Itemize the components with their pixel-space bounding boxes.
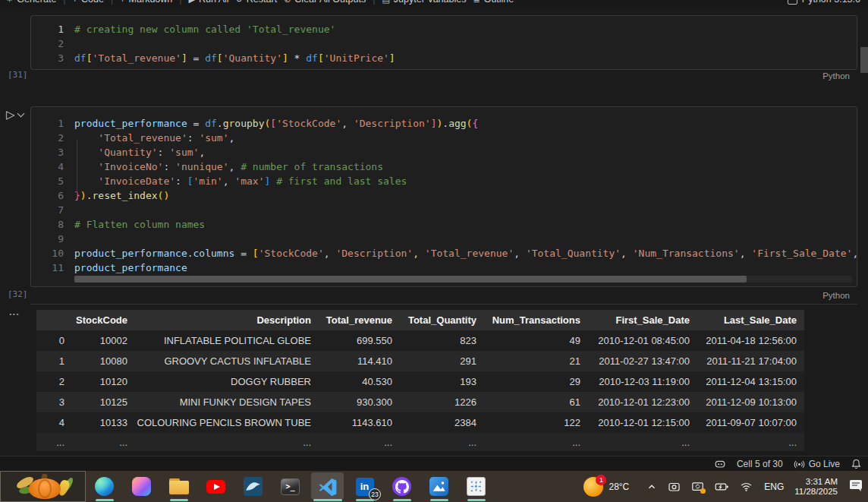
table-cell: 2011-12-09 10:13:00 (697, 392, 804, 412)
code-line[interactable]: 5 'InvoiceDate': ['min', 'max'] # first … (31, 174, 857, 188)
line-number: 1 (31, 116, 64, 131)
toolbar-item-code[interactable]: +Code (73, 0, 104, 5)
taskbar-app-explorer[interactable] (160, 471, 197, 502)
table-cell: 823 (400, 330, 484, 351)
code-line[interactable]: 2 'Total_revenue': 'sum', (31, 131, 857, 145)
column-header: Last_Sale_Date (697, 310, 804, 330)
run-cell-button[interactable]: ▷ (6, 109, 24, 120)
photos-icon (429, 477, 448, 496)
table-cell: 3 (36, 392, 72, 412)
taskbar-app-edge[interactable] (86, 471, 123, 502)
tray-chevron-up[interactable] (646, 481, 657, 492)
play-icon: ▷ (6, 109, 15, 120)
toolbar-item-markdown[interactable]: +Markdown (120, 0, 172, 5)
weather-widget[interactable]: 1 28°C (583, 477, 629, 497)
code-line[interactable]: 4 'InvoiceNo': 'nunique', # number of tr… (31, 159, 857, 174)
code-cell-2-code[interactable]: 1product_performance = df.groupby(['Stoc… (31, 116, 857, 275)
notifications-bell-button[interactable] (851, 459, 862, 470)
running-app-indicator (430, 499, 448, 501)
taskbar-app-terminal[interactable]: >_ (272, 471, 309, 502)
toolbar-item-outline[interactable]: ≣Outline (473, 0, 514, 5)
kernel-picker[interactable]: Python 3.13.6 (788, 0, 860, 8)
toolbar-separator: | (179, 0, 181, 5)
crosshair-grid-icon (467, 477, 486, 496)
start-button[interactable] (0, 471, 86, 502)
cell-language-1[interactable]: Python (822, 71, 850, 81)
code-cell-1[interactable]: 1# creating new column called 'Total_rev… (30, 15, 857, 70)
toolbar-item-jupyter-variables[interactable]: ▤Jupyter Variables (382, 0, 466, 5)
table-cell: 193 (400, 371, 484, 392)
code-line[interactable]: 8# Flatten column names (31, 217, 857, 232)
table-cell: 1143.610 (319, 412, 400, 433)
cell-horizontal-scrollbar-thumb[interactable] (74, 276, 747, 283)
taskbar-app-github[interactable] (383, 471, 420, 502)
toolbar-item-label: Generate (17, 0, 56, 5)
code-line[interactable]: 3 'Quantity': 'sum', (31, 145, 857, 159)
table-row: 010002INFLATABLE POLITICAL GLOBE699.5508… (36, 330, 804, 351)
file-explorer-icon (169, 478, 189, 495)
copilot-status-button[interactable] (714, 458, 726, 470)
execution-count-2: [32] (8, 289, 28, 299)
taskbar-app-youtube[interactable] (197, 471, 234, 502)
go-live-button[interactable]: Go Live (794, 459, 840, 470)
tray-screen-share[interactable] (691, 481, 704, 493)
code-line[interactable]: 2 (31, 36, 857, 51)
output-options-ellipsis[interactable]: ... (9, 306, 20, 317)
table-row: 210120DOGGY RUBBER40.530193292010-12-03 … (36, 371, 804, 392)
cell-horizontal-scrollbar[interactable] (74, 276, 852, 283)
taskbar-app-photos[interactable] (420, 471, 458, 502)
cell-language-2[interactable]: Python (822, 291, 850, 300)
code-line[interactable]: 1product_performance = df.groupby(['Stoc… (31, 116, 857, 131)
code-cell-2[interactable]: 1product_performance = df.groupby(['Stoc… (30, 106, 857, 287)
toolbar-item-label: Jupyter Variables (394, 0, 467, 5)
taskbar-app-mysql[interactable] (234, 471, 272, 502)
code-line[interactable]: 10product_performance.columns = ['StockC… (31, 246, 857, 260)
code-line[interactable]: 11product_performance (31, 260, 857, 275)
cell-indicator[interactable]: Cell 5 of 30 (737, 459, 783, 469)
taskbar-app-copilot[interactable] (123, 471, 160, 502)
taskbar-app-vscode[interactable] (309, 471, 346, 502)
tray-camera[interactable] (668, 481, 681, 493)
table-cell: ... (36, 433, 72, 451)
table-cell: 930.300 (319, 392, 400, 412)
running-app-indicator (313, 499, 342, 501)
tray-battery[interactable] (715, 481, 729, 492)
table-cell: 699.550 (319, 330, 400, 351)
code-line[interactable]: 6}).reset_index() (31, 188, 857, 203)
table-cell: 2010-12-01 08:45:00 (588, 330, 697, 351)
toolbar-item-restart[interactable]: ↻Restart (236, 0, 278, 5)
toolbar-item-generate[interactable]: ✶Generate (6, 0, 56, 5)
input-language-indicator[interactable]: ENG (764, 481, 784, 492)
output-dataframe: StockCodeDescriptionTotal_revenueTotal_Q… (36, 310, 804, 451)
table-cell: ... (400, 433, 484, 451)
table-cell: INFLATABLE POLITICAL GLOBE (135, 330, 319, 351)
table-cell: 1226 (400, 392, 484, 412)
toolbar-item-run-all[interactable]: ▶Run All (189, 0, 229, 5)
notification-center-button[interactable] (848, 478, 863, 494)
table-cell: 2011-04-18 12:56:00 (697, 330, 804, 351)
running-app-indicator (170, 499, 188, 501)
taskbar-clock[interactable]: 3:31 AM 11/28/2025 (794, 477, 838, 497)
column-header (36, 310, 72, 330)
toolbar-separator: | (63, 0, 65, 5)
code-line[interactable]: 1# creating new column called 'Total_rev… (31, 22, 857, 36)
toolbar-item-label: Code (81, 0, 104, 5)
line-number: 11 (31, 260, 64, 275)
tray-wifi[interactable] (740, 481, 753, 492)
table-cell: ... (697, 433, 804, 451)
line-number: 8 (31, 217, 64, 232)
code-cell-1-code[interactable]: 1# creating new column called 'Total_rev… (31, 22, 857, 65)
taskbar-app-snip[interactable] (458, 471, 495, 502)
github-desktop-icon (392, 477, 411, 496)
code-line[interactable]: 7 (31, 203, 857, 217)
toolbar-item-label: Markdown (129, 0, 173, 5)
table-cell: 49 (484, 330, 588, 351)
toolbar-item-clear-all-outputs[interactable]: ⊘Clear All Outputs (284, 0, 366, 5)
editor-scrollbar-thumb[interactable] (860, 47, 868, 73)
toolbar-item-label: Run All (199, 0, 229, 5)
table-cell: 2010-12-01 12:23:00 (588, 392, 697, 412)
code-line[interactable]: 9 (31, 232, 857, 246)
code-line[interactable]: 3df['Total_revenue'] = df['Quantity'] * … (31, 51, 857, 65)
taskbar-app-linkedin[interactable]: in23 (346, 471, 383, 502)
column-header: Num_Transactions (484, 310, 588, 330)
